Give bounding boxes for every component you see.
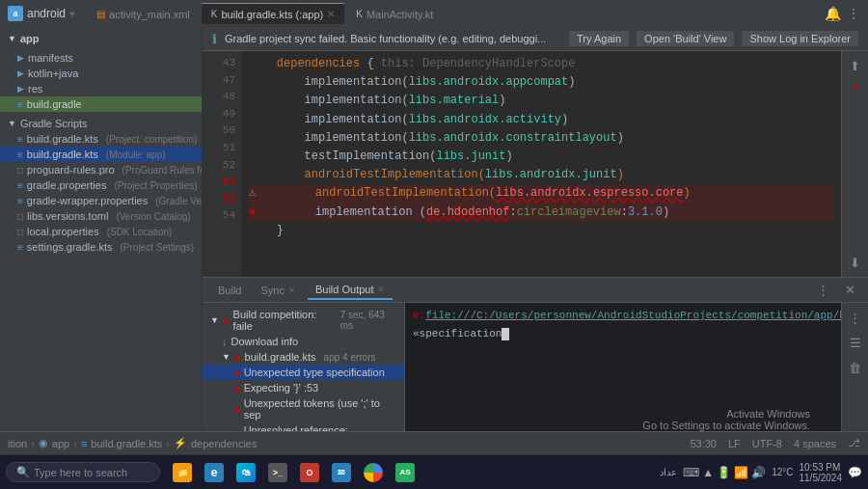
panel-close-icon[interactable]: ✕: [839, 280, 860, 301]
sidebar-label-proguard: proguard-rules.pro: [27, 164, 115, 176]
build-error-icon-root: ●: [223, 314, 230, 326]
download-icon: ↓: [222, 336, 228, 347]
taskbar-terminal[interactable]: >_: [263, 458, 292, 487]
charset: UTF-8: [752, 438, 782, 449]
app-container: a android ▾ ▤ activity_main.xml K build.…: [0, 0, 868, 489]
build-filter-btn[interactable]: ☰: [845, 332, 866, 353]
sidebar-meta-local-props: (SDK Location): [107, 227, 173, 237]
sidebar-item-gradle-scripts[interactable]: Gradle Scripts: [0, 116, 202, 131]
volume-icon[interactable]: 🔊: [751, 466, 766, 479]
taskbar-chrome[interactable]: [359, 458, 388, 487]
show-log-button[interactable]: Show Log in Explorer: [742, 31, 858, 46]
build-item-download[interactable]: ↓ Download info: [203, 334, 404, 349]
build-trash-btn[interactable]: 🗑: [845, 357, 866, 378]
build-item-gradle[interactable]: ● build.gradle.kts app 4 errors: [203, 349, 404, 365]
tab-sync-label: Sync: [260, 285, 284, 296]
code-line-54: }: [249, 222, 833, 240]
editor-tabs: ▤ activity_main.xml K build.gradle.kts (…: [87, 3, 821, 24]
build-item-unresolved[interactable]: ● Unresolved reference: hdodenho: [203, 422, 404, 431]
taskbar-clock: 10:53 PM 11/5/2024: [800, 462, 843, 483]
gradle-scripts-chevron: [8, 119, 16, 128]
settings-gradle-icon: ≡: [17, 242, 23, 253]
chevron-up-icon[interactable]: ▲: [702, 466, 714, 479]
notification-center-icon[interactable]: 💬: [848, 466, 862, 479]
code-editor[interactable]: 43 47 48 49 50 51 52 53 53 54 dependenc: [203, 51, 841, 277]
taskbar-file-explorer[interactable]: 📁: [168, 458, 197, 487]
sidebar-item-local-props[interactable]: □ local.properties (SDK Location): [0, 224, 202, 239]
sidebar-item-res[interactable]: res: [0, 81, 202, 96]
sidebar-item-libs-versions[interactable]: □ libs.versions.toml (Version Catalog): [0, 208, 202, 224]
title-bar-left: a android ▾: [8, 6, 75, 21]
scroll-bottom-button[interactable]: ⬇: [845, 252, 866, 273]
taskbar-store[interactable]: 🛍: [231, 458, 260, 487]
build-item-unexpected-type[interactable]: ● Unexpected type specification: [203, 365, 404, 380]
tab-activity-main[interactable]: ▤ activity_main.xml: [87, 3, 200, 24]
build-tree: ● Build competition: faile 7 sec, 643 ms…: [203, 303, 405, 431]
notifications-icon[interactable]: 🔔: [825, 6, 841, 21]
tab-main-activity[interactable]: K MainActivity.kt: [346, 3, 443, 24]
build-label-tokens: Unexpected tokens (use ';' to sep: [244, 397, 396, 421]
taskbar-sys-icons: ⌨ ▲ 🔋 📶 🔊: [683, 466, 766, 479]
dropdown-arrow[interactable]: ▾: [69, 8, 75, 20]
breadcrumb-item-4: dependencies: [191, 438, 258, 449]
tab-build-gradle[interactable]: K build.gradle.kts (:app) ✕: [202, 3, 344, 24]
scroll-top-button[interactable]: ⬆: [845, 55, 866, 76]
sidebar-meta-settings-gradle: (Project Settings): [121, 242, 195, 253]
edge-icon: e: [204, 463, 224, 482]
sidebar-label-buildgradle: build.gradle: [27, 98, 82, 110]
log-error-link[interactable]: file:///C:/Users/personnew/AndroidStudio…: [425, 307, 841, 325]
sidebar-item-gradle-wrapper[interactable]: ≡ gradle-wrapper.properties (Gradle Vers…: [0, 193, 202, 208]
open-build-view-button[interactable]: Open 'Build' View: [637, 31, 734, 46]
taskbar-android-studio[interactable]: AS: [391, 458, 420, 487]
build-item-expecting[interactable]: ● Expecting '}' :53: [203, 380, 404, 395]
panel-menu-icon[interactable]: ⋮: [812, 280, 833, 301]
taskbar-mail[interactable]: ✉: [327, 458, 356, 487]
tab-build[interactable]: Build: [210, 282, 249, 299]
taskbar-opera[interactable]: O: [295, 458, 324, 487]
breadcrumb-icon-app: ◉: [39, 437, 48, 449]
sidebar-item-proguard[interactable]: □ proguard-rules.pro (ProGuard Rules for…: [0, 162, 202, 177]
breadcrumb-icon-gradle: ≡: [81, 438, 87, 449]
tab-sync[interactable]: Sync ✕: [253, 282, 303, 299]
title-bar: a android ▾ ▤ activity_main.xml K build.…: [0, 0, 868, 27]
tab-build-output[interactable]: Build Output ✕: [308, 281, 393, 300]
kt-icon-2: K: [356, 9, 363, 19]
sidebar-item-build-gradle[interactable]: ≡ build.gradle: [0, 96, 202, 112]
breadcrumb-item-2: app: [52, 438, 69, 449]
gradle-file-icon-2: ≡: [17, 149, 23, 160]
tab-sync-close[interactable]: ✕: [288, 285, 296, 295]
gradle-props-icon: ≡: [17, 180, 23, 191]
sidebar-item-manifests[interactable]: manifests: [0, 50, 202, 66]
code-line-47: implementation(libs.androidx.appcompat): [249, 73, 833, 92]
sidebar-item-kotlin[interactable]: kotlin+java: [0, 66, 202, 81]
tab-build-output-close[interactable]: ✕: [377, 285, 385, 294]
code-content[interactable]: dependencies { this: DependencyHandlerSc…: [241, 51, 841, 277]
taskbar-search[interactable]: 🔍 Type here to search: [6, 462, 160, 482]
sidebar-chevron[interactable]: [8, 34, 16, 43]
try-again-button[interactable]: Try Again: [569, 31, 629, 46]
build-error-icon-gradle: ●: [234, 351, 241, 363]
log-cursor: [502, 328, 509, 340]
keyboard-icon[interactable]: ⌨: [683, 466, 699, 479]
sidebar-item-build-app[interactable]: ≡ build.gradle.kts (Module: app): [0, 147, 202, 162]
breadcrumb: ition › ◉ app › ≡ build.gradle.kts › ⚡ d…: [8, 437, 680, 449]
tab-close-build[interactable]: ✕: [327, 9, 335, 19]
build-log[interactable]: e: file:///C:/Users/personnew/AndroidStu…: [405, 303, 841, 431]
taskbar-edge[interactable]: e: [200, 458, 229, 487]
sidebar-item-settings-gradle[interactable]: ≡ settings.gradle.kts (Project Settings): [0, 239, 202, 255]
sidebar-item-gradle-props[interactable]: ≡ gradle.properties (Project Properties): [0, 177, 202, 193]
settings-icon[interactable]: ⋮: [847, 6, 860, 21]
taskbar-apps: 📁 e 🛍 >_ O ✉ AS: [168, 458, 420, 487]
notif-info-icon: ℹ: [212, 32, 217, 46]
sidebar-meta-gradle-wrapper: (Gradle Version): [155, 196, 203, 206]
right-strip: ⬆ ⬇: [841, 51, 868, 277]
sidebar-label-build-app: build.gradle.kts: [27, 149, 98, 160]
log-spec-text: «specification: [413, 325, 502, 343]
git-icon[interactable]: ⎇: [848, 437, 860, 449]
build-menu-btn[interactable]: ⋮: [845, 307, 866, 328]
sidebar-item-build-project[interactable]: ≡ build.gradle.kts (Project: competition…: [0, 131, 202, 147]
build-item-root[interactable]: ● Build competition: faile 7 sec, 643 ms: [203, 307, 404, 334]
build-item-unexpected-tokens[interactable]: ● Unexpected tokens (use ';' to sep: [203, 395, 404, 422]
sidebar-meta-build-project: (Project: competition): [106, 134, 197, 145]
breadcrumb-item-1: ition: [8, 438, 27, 449]
